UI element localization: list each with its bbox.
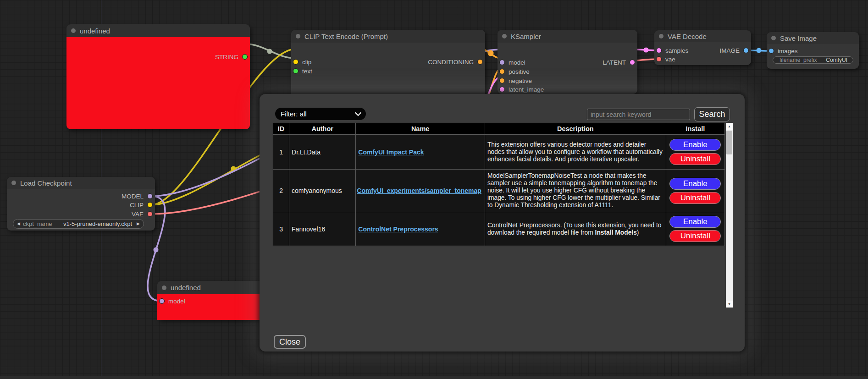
scrollbar-thumb[interactable] <box>726 131 732 154</box>
extension-table: ID Author Name Description Install 1 Dr.… <box>273 123 725 246</box>
uninstall-button[interactable]: Uninstall <box>669 192 721 204</box>
port-label: model <box>509 59 525 66</box>
clip-out-port-icon[interactable] <box>147 202 153 208</box>
positive-port-icon[interactable] <box>499 69 505 74</box>
node-load-checkpoint[interactable]: Load Checkpoint MODEL CLIP VAE ◀ ckpt_na… <box>7 177 155 231</box>
negative-port-icon[interactable] <box>499 78 505 83</box>
node-status-dot-icon <box>771 36 776 40</box>
wire-cond-midpoint-dot <box>488 50 494 56</box>
latent-port-icon[interactable] <box>499 87 505 92</box>
header-id: ID <box>273 123 289 135</box>
node-title-bar[interactable]: undefined <box>66 24 250 37</box>
port-latent-image-input[interactable]: latent_image <box>499 86 544 93</box>
port-latent-output[interactable]: LATENT <box>603 59 635 66</box>
uninstall-button[interactable]: Uninstall <box>669 230 721 242</box>
node-vae-decode[interactable]: VAE Decode samples vae IMAGE <box>654 30 751 65</box>
port-label: MODEL <box>122 193 144 200</box>
port-negative-input[interactable]: negative <box>499 77 532 84</box>
cell-description: This extension offers various detector n… <box>485 135 666 170</box>
node-title-bar[interactable]: Save Image <box>767 32 859 44</box>
filter-select[interactable]: Filter: all <box>275 108 366 120</box>
node-undefined-1[interactable]: undefined STRING <box>66 24 250 129</box>
node-ksampler[interactable]: KSampler model positive negative latent_… <box>498 30 637 94</box>
node-status-dot-icon <box>502 34 507 38</box>
ckpt-name-widget[interactable]: ◀ ckpt_name v1-5-pruned-emaonly.ckpt ▶ <box>13 219 144 229</box>
port-vae-input[interactable]: vae <box>656 55 675 63</box>
node-title-bar[interactable]: CLIP Text Encode (Prompt) <box>291 30 485 43</box>
port-clip-output[interactable]: CLIP <box>130 201 153 209</box>
node-save-image[interactable]: Save Image images filename_prefix ComfyU… <box>767 32 859 69</box>
extension-link[interactable]: ComfyUI_experiments/sampler_tonemap <box>357 187 481 194</box>
chevron-down-icon <box>355 110 361 116</box>
conditioning-port-icon[interactable] <box>477 59 483 65</box>
close-button[interactable]: Close <box>274 335 306 349</box>
text-port-icon[interactable] <box>293 68 299 74</box>
port-label: negative <box>509 77 532 84</box>
latent-out-port-icon[interactable] <box>630 60 635 65</box>
node-status-dot-icon <box>659 34 663 38</box>
node-graph-canvas[interactable]: undefined STRING CLIP Text Encode (Promp… <box>0 0 868 379</box>
vae-out-port-icon[interactable] <box>147 211 153 217</box>
extension-link[interactable]: ComfyUI Impact Pack <box>358 148 424 156</box>
node-title: KSampler <box>511 33 541 40</box>
uninstall-button[interactable]: Uninstall <box>669 153 721 165</box>
node-title: Save Image <box>780 34 817 42</box>
port-model-input[interactable]: model <box>159 297 185 305</box>
node-clip-text-encode[interactable]: CLIP Text Encode (Prompt) clip text COND… <box>291 30 485 104</box>
port-positive-input[interactable]: positive <box>499 68 530 75</box>
ckpt-widget-value[interactable]: v1-5-pruned-emaonly.ckpt <box>63 220 132 227</box>
port-label: LATENT <box>603 59 626 66</box>
port-clip-input[interactable]: clip <box>293 58 311 66</box>
extension-link[interactable]: ControlNet Preprocessors <box>358 225 438 233</box>
port-label: vae <box>665 56 675 63</box>
node-title-bar[interactable]: Load Checkpoint <box>7 177 155 189</box>
ckpt-decrement-arrow-icon[interactable]: ◀ <box>17 222 20 226</box>
images-port-icon[interactable] <box>768 48 774 54</box>
model-port-icon[interactable] <box>159 298 165 304</box>
port-image-output[interactable]: IMAGE <box>719 47 749 54</box>
filename-widget-value[interactable]: ComfyUI <box>826 57 847 63</box>
port-text-input[interactable]: text <box>293 67 312 75</box>
port-images-input[interactable]: images <box>768 47 798 55</box>
enable-button[interactable]: Enable <box>669 216 721 228</box>
node-title-bar[interactable]: VAE Decode <box>654 30 751 42</box>
scrollbar-down-arrow-icon[interactable]: ▼ <box>726 301 733 308</box>
port-model-input[interactable]: model <box>499 59 525 66</box>
filename-widget-label: filename_prefix <box>780 57 817 63</box>
node-title-bar[interactable]: KSampler <box>498 30 637 43</box>
port-label: STRING <box>215 54 238 60</box>
enable-button[interactable]: Enable <box>669 139 721 151</box>
port-conditioning-output[interactable]: CONDITIONING <box>428 58 483 66</box>
samples-port-icon[interactable] <box>656 48 662 53</box>
clip-port-icon[interactable] <box>293 59 299 65</box>
filter-select-label: Filter: all <box>281 110 307 118</box>
header-install: Install <box>666 123 724 135</box>
model-port-icon[interactable] <box>499 60 505 65</box>
port-model-output[interactable]: MODEL <box>122 192 153 200</box>
filename-prefix-widget[interactable]: filename_prefix ComfyUI <box>773 56 853 64</box>
node-status-dot-icon <box>11 181 16 185</box>
port-label: clip <box>302 59 311 66</box>
port-label: positive <box>509 68 530 75</box>
vae-port-icon[interactable] <box>656 56 662 62</box>
port-vae-output[interactable]: VAE <box>132 210 153 218</box>
cell-author: comfyanonymous <box>289 170 356 212</box>
table-scrollbar[interactable]: ▲ ▼ <box>726 123 733 308</box>
node-status-dot-icon <box>162 286 166 290</box>
extension-manager-dialog: Filter: all Search ID Author Name Descri… <box>260 94 745 352</box>
cell-install: Enable Uninstall <box>666 212 724 246</box>
search-input[interactable] <box>587 109 690 120</box>
port-samples-input[interactable]: samples <box>656 47 688 54</box>
image-port-icon[interactable] <box>743 48 749 53</box>
ckpt-increment-arrow-icon[interactable]: ▶ <box>137 222 140 226</box>
extension-table-container: ID Author Name Description Install 1 Dr.… <box>273 123 733 308</box>
port-label: samples <box>665 47 688 54</box>
port-label: model <box>168 298 185 305</box>
port-string-output[interactable]: STRING <box>215 53 248 60</box>
model-out-port-icon[interactable] <box>147 193 153 199</box>
scrollbar-up-arrow-icon[interactable]: ▲ <box>726 123 733 130</box>
string-port-icon[interactable] <box>242 54 248 60</box>
cell-id: 1 <box>273 135 289 170</box>
search-button[interactable]: Search <box>694 107 730 121</box>
enable-button[interactable]: Enable <box>669 178 721 190</box>
